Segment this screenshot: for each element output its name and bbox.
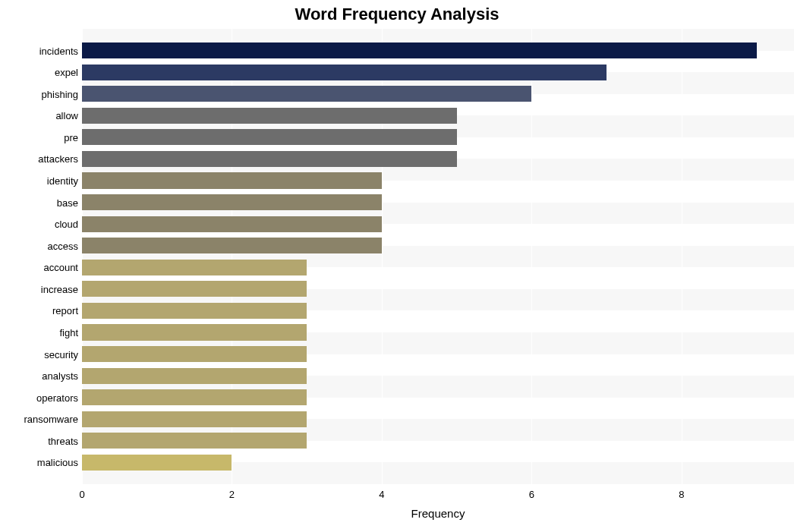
x-tick-label: 6 [529, 489, 534, 500]
y-tick-label: threats [48, 435, 78, 446]
bar-incidents [82, 42, 757, 58]
y-tick-label: ransomware [24, 414, 78, 425]
bar-report [82, 303, 307, 319]
bar-allow [82, 108, 457, 124]
y-tick-label: access [48, 240, 78, 251]
bar-attackers [82, 151, 457, 167]
bar-account [82, 260, 307, 275]
y-tick-label: account [43, 262, 78, 273]
y-tick-label: fight [59, 327, 78, 338]
bar-increase [82, 281, 307, 297]
bar-fight [82, 324, 307, 340]
x-tick-label: 0 [79, 489, 84, 500]
y-tick-label: increase [41, 283, 78, 294]
bar-malicious [82, 455, 232, 471]
y-tick-label: report [52, 305, 78, 316]
x-tick-label: 8 [679, 489, 684, 500]
x-axis-label: Frequency [82, 507, 794, 520]
bar-threats [82, 433, 307, 449]
bar-pre [82, 129, 457, 145]
y-tick-label: attackers [38, 153, 78, 165]
x-tick-label: 2 [229, 489, 235, 500]
y-tick-label: identity [47, 175, 78, 187]
x-tick-label: 4 [379, 489, 384, 500]
bar-base [82, 194, 382, 210]
y-tick-label: analysts [42, 370, 78, 382]
y-tick-label: operators [36, 392, 78, 403]
bar-expel [82, 65, 607, 80]
bar-ransomware [82, 411, 307, 427]
y-tick-label: pre [64, 131, 78, 143]
bar-security [82, 346, 307, 362]
plot-background [82, 29, 794, 484]
y-tick-label: base [57, 197, 78, 208]
y-tick-label: incidents [39, 45, 78, 56]
y-tick-label: cloud [55, 219, 78, 230]
bar-cloud [82, 216, 382, 232]
y-tick-label: phishing [42, 88, 78, 99]
x-axis-ticks: 02468 [82, 489, 794, 504]
bar-identity [82, 172, 382, 188]
bar-operators [82, 389, 307, 405]
bar-access [82, 238, 382, 253]
y-tick-label: expel [55, 67, 78, 78]
y-tick-label: malicious [37, 457, 78, 468]
y-tick-label: allow [55, 110, 78, 121]
bar-phishing [82, 86, 531, 102]
bar-analysts [82, 368, 307, 384]
y-tick-label: security [44, 348, 78, 360]
plot-area [82, 29, 794, 484]
word-frequency-chart: Word Frequency Analysis incidentsexpelph… [0, 0, 794, 532]
y-axis-labels: incidentsexpelphishingallowpreattackersi… [0, 29, 78, 484]
chart-title: Word Frequency Analysis [0, 5, 794, 24]
